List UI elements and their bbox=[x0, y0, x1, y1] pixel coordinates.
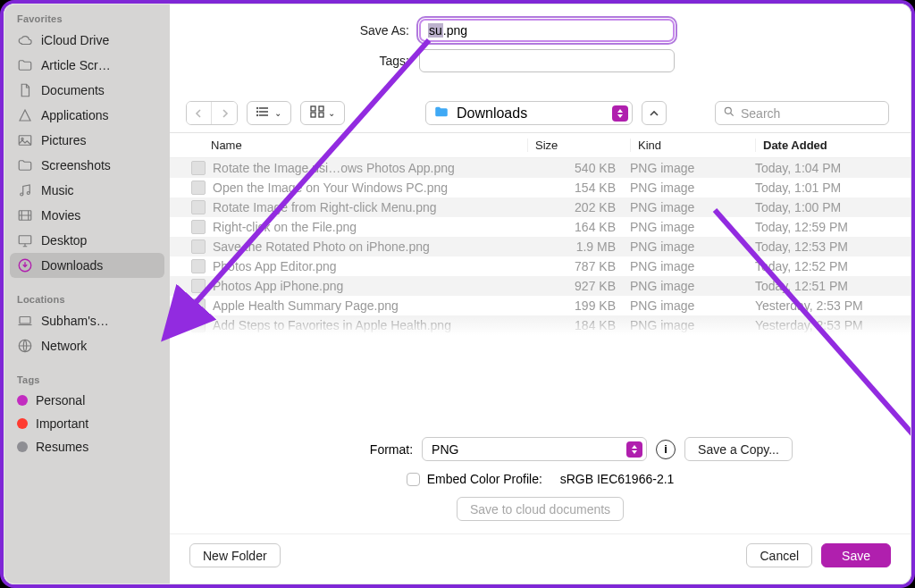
embed-label: Embed Color Profile: bbox=[427, 472, 542, 486]
col-kind[interactable]: Kind bbox=[630, 139, 755, 152]
file-date: Today, 12:53 PM bbox=[755, 239, 889, 254]
forward-button[interactable] bbox=[212, 102, 237, 124]
sidebar-item-label: Important bbox=[36, 416, 88, 431]
file-icon bbox=[191, 220, 206, 234]
table-row[interactable]: Rotate the Image usi…ows Photos App.png5… bbox=[170, 158, 911, 178]
sidebar-tag-personal[interactable]: Personal bbox=[4, 389, 170, 412]
sidebar-item-pictures[interactable]: Pictures bbox=[4, 128, 170, 153]
file-kind: PNG image bbox=[630, 259, 755, 273]
file-date: Today, 12:59 PM bbox=[755, 220, 889, 234]
cancel-button[interactable]: Cancel bbox=[746, 543, 812, 567]
search-placeholder: Search bbox=[741, 106, 780, 121]
search-input[interactable]: Search bbox=[715, 101, 889, 125]
main-panel: Save As: su.png Tags: ⌄ ⌄ bbox=[170, 4, 911, 584]
sidebar-item-label: iCloud Drive bbox=[41, 33, 109, 47]
sidebar-item-downloads[interactable]: Downloads bbox=[10, 253, 164, 278]
folder-icon bbox=[433, 104, 449, 123]
file-icon bbox=[191, 161, 206, 175]
file-name: Photos App iPhone.png bbox=[213, 279, 343, 293]
folder-icon bbox=[17, 57, 33, 73]
file-kind: PNG image bbox=[630, 298, 755, 313]
file-name: Photos App Editor.png bbox=[213, 259, 337, 273]
table-header: Name Size Kind Date Added bbox=[170, 133, 911, 158]
col-date[interactable]: Date Added bbox=[755, 139, 889, 152]
table-row[interactable]: Rotate Image from Right-click Menu.png20… bbox=[170, 197, 911, 217]
svg-point-2 bbox=[21, 193, 23, 196]
view-list-button[interactable]: ⌄ bbox=[247, 101, 291, 125]
svg-point-3 bbox=[27, 192, 29, 195]
sidebar-item-label: Desktop bbox=[41, 233, 87, 248]
save-button[interactable]: Save bbox=[821, 543, 891, 567]
embed-checkbox[interactable] bbox=[407, 473, 420, 486]
file-icon bbox=[191, 200, 206, 214]
popup-arrows-icon bbox=[626, 441, 642, 458]
sidebar-tag-important[interactable]: Important bbox=[4, 412, 170, 435]
file-size: 787 KB bbox=[527, 259, 630, 273]
location-popup[interactable]: Downloads bbox=[425, 101, 633, 125]
svg-rect-5 bbox=[19, 236, 31, 244]
col-name[interactable]: Name bbox=[191, 139, 527, 152]
toolbar: ⌄ ⌄ Downloads Search bbox=[170, 83, 911, 133]
file-size: 1.9 MB bbox=[527, 239, 630, 254]
document-icon bbox=[17, 82, 33, 98]
format-label: Format: bbox=[288, 442, 413, 457]
svg-point-10 bbox=[256, 111, 258, 113]
embed-row: Embed Color Profile: sRGB IEC61966-2.1 bbox=[170, 466, 911, 495]
file-icon bbox=[191, 181, 206, 195]
file-icon bbox=[191, 298, 206, 313]
network-icon bbox=[17, 338, 33, 354]
sidebar-item-documents[interactable]: Documents bbox=[4, 78, 170, 103]
sidebar-tag-resumes[interactable]: Resumes bbox=[4, 435, 170, 458]
sidebar-item-label: Article Scr… bbox=[41, 58, 111, 72]
saveas-input[interactable]: su.png bbox=[419, 19, 675, 42]
sidebar-location-mac[interactable]: Subham's… bbox=[4, 308, 170, 333]
format-value: PNG bbox=[432, 442, 458, 457]
sidebar-item-movies[interactable]: Movies bbox=[4, 203, 170, 228]
table-row[interactable]: Photos App Editor.png787 KBPNG imageToda… bbox=[170, 256, 911, 276]
sidebar-location-network[interactable]: Network bbox=[4, 333, 170, 358]
sidebar-item-applications[interactable]: Applications bbox=[4, 103, 170, 128]
sidebar: Favorites iCloud Drive Article Scr… Docu… bbox=[4, 4, 170, 584]
sidebar-item-icloud[interactable]: iCloud Drive bbox=[4, 28, 170, 53]
tags-input[interactable] bbox=[419, 49, 675, 72]
info-button[interactable]: i bbox=[656, 440, 676, 459]
sidebar-item-music[interactable]: Music bbox=[4, 178, 170, 203]
sidebar-item-articlescr[interactable]: Article Scr… bbox=[4, 53, 170, 78]
svg-rect-12 bbox=[311, 106, 315, 111]
format-popup[interactable]: PNG bbox=[422, 437, 647, 461]
col-size[interactable]: Size bbox=[527, 139, 630, 152]
save-copy-button[interactable]: Save a Copy... bbox=[684, 437, 793, 461]
sidebar-item-label: Movies bbox=[41, 208, 80, 223]
table-row[interactable]: Right-click on the File.png164 KBPNG ima… bbox=[170, 217, 911, 237]
sidebar-item-label: Resumes bbox=[36, 440, 88, 454]
file-name: Rotate Image from Right-click Menu.png bbox=[213, 200, 437, 214]
sidebar-item-desktop[interactable]: Desktop bbox=[4, 228, 170, 253]
file-kind: PNG image bbox=[630, 181, 755, 195]
back-button[interactable] bbox=[187, 102, 212, 124]
tag-dot-icon bbox=[17, 395, 28, 406]
collapse-button[interactable] bbox=[642, 101, 667, 125]
sidebar-item-screenshots[interactable]: Screenshots bbox=[4, 153, 170, 178]
table-row[interactable]: Add Steps to Favorites in Apple Health.p… bbox=[170, 315, 911, 335]
embed-profile: sRGB IEC61966-2.1 bbox=[560, 472, 675, 486]
table-row[interactable]: Open the Image on Your Windows PC.png154… bbox=[170, 178, 911, 197]
list-icon bbox=[256, 105, 271, 121]
file-list: Name Size Kind Date Added Rotate the Ima… bbox=[170, 133, 911, 423]
sidebar-item-label: Music bbox=[41, 183, 74, 197]
save-cloud-button[interactable]: Save to cloud documents bbox=[457, 497, 624, 521]
file-date: Today, 1:00 PM bbox=[755, 200, 889, 214]
tag-dot-icon bbox=[17, 441, 28, 452]
sidebar-item-label: Subham's… bbox=[41, 314, 109, 328]
table-row[interactable]: Apple Health Summary Page.png199 KBPNG i… bbox=[170, 296, 911, 315]
table-row[interactable]: Save the Rotated Photo on iPhone.png1.9 … bbox=[170, 237, 911, 256]
new-folder-button[interactable]: New Folder bbox=[189, 543, 281, 567]
file-name: Right-click on the File.png bbox=[213, 220, 357, 234]
sidebar-item-label: Pictures bbox=[41, 133, 87, 147]
table-row[interactable]: Photos App iPhone.png927 KBPNG imageToda… bbox=[170, 276, 911, 296]
view-group-button[interactable]: ⌄ bbox=[300, 101, 345, 125]
file-name: Apple Health Summary Page.png bbox=[213, 298, 399, 313]
file-kind: PNG image bbox=[630, 161, 755, 175]
file-kind: PNG image bbox=[630, 200, 755, 214]
svg-point-11 bbox=[256, 114, 258, 116]
file-size: 199 KB bbox=[527, 298, 630, 313]
